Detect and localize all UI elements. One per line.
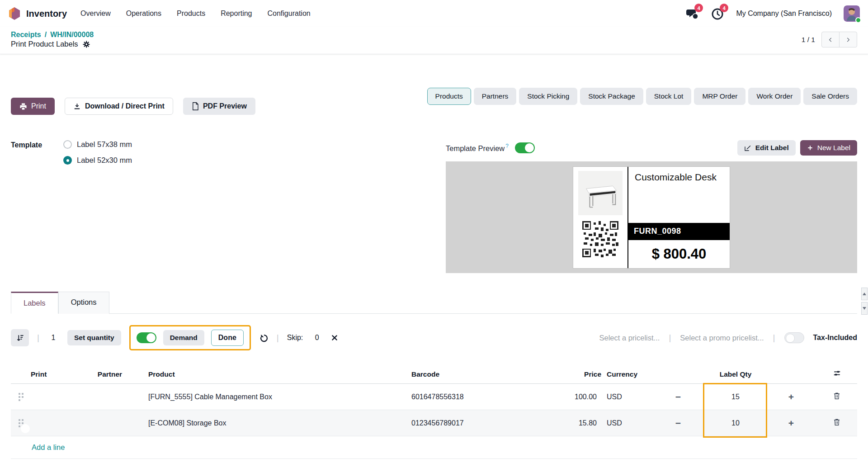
separator: |	[37, 333, 39, 343]
close-x-icon	[331, 334, 338, 341]
quantity-source-highlight: Demand Done	[129, 325, 251, 350]
tab-mrp-order[interactable]: MRP Order	[694, 88, 745, 105]
breadcrumb: Receipts / WH/IN/00008	[11, 31, 94, 39]
settings-gear-icon[interactable]	[82, 40, 90, 48]
tab-labels[interactable]: Labels	[11, 292, 58, 314]
record-type-tabs: Products Partners Stock Picking Stock Pa…	[427, 88, 857, 105]
cell-label-qty[interactable]: 10	[705, 419, 766, 427]
activities-icon[interactable]: 4	[711, 7, 724, 20]
reset-button[interactable]	[259, 333, 269, 343]
promo-pricelist-select[interactable]: Select a promo pricelist...	[680, 334, 764, 342]
company-switcher[interactable]: My Company (San Francisco)	[736, 9, 832, 18]
decrease-qty-button[interactable]: −	[651, 392, 705, 402]
edit-label-button[interactable]: Edit Label	[737, 140, 796, 156]
cell-label-qty[interactable]: 15	[705, 393, 766, 401]
menu-operations[interactable]: Operations	[126, 9, 161, 18]
tax-included-toggle[interactable]	[784, 332, 804, 343]
menu-configuration[interactable]: Configuration	[268, 9, 311, 18]
tab-stock-picking[interactable]: Stock Picking	[519, 88, 577, 105]
qr-code	[582, 221, 618, 257]
header-label-qty: Label Qty	[705, 370, 766, 378]
breadcrumb-current-link[interactable]: WH/IN/00008	[50, 31, 94, 39]
menu-reporting[interactable]: Reporting	[221, 9, 252, 18]
label-preview-card: Customizable Desk FURN_0098 $ 800.40	[573, 166, 730, 269]
cell-currency[interactable]: USD	[601, 393, 651, 401]
messages-count-badge: 4	[694, 4, 703, 12]
menu-overview[interactable]: Overview	[80, 9, 111, 18]
label-reference: FURN_0098	[628, 223, 730, 240]
radio-unchecked-icon[interactable]	[63, 140, 72, 149]
label-price: $ 800.40	[628, 240, 730, 268]
cell-barcode[interactable]: 0123456789017	[411, 419, 561, 427]
separator: |	[773, 333, 775, 343]
messages-icon[interactable]: 4	[685, 7, 699, 20]
control-panel: Receipts / WH/IN/00008 Print Product Lab…	[0, 27, 868, 54]
cell-product[interactable]: [FURN_5555] Cable Management Box	[148, 393, 411, 401]
breadcrumb-separator: /	[45, 31, 47, 39]
cell-price[interactable]: 100.00	[561, 393, 601, 401]
menu-products[interactable]: Products	[177, 9, 205, 18]
label-product-name: Customizable Desk	[628, 167, 730, 223]
breadcrumb-receipts-link[interactable]: Receipts	[11, 31, 41, 39]
download-direct-print-button[interactable]: Download / Direct Print	[65, 98, 173, 115]
cell-barcode[interactable]: 6016478556318	[411, 393, 561, 401]
trash-icon[interactable]	[833, 418, 841, 426]
template-option-57x38[interactable]: Label 57x38 mm	[63, 140, 132, 149]
app-name[interactable]: Inventory	[26, 9, 67, 19]
tab-sale-orders[interactable]: Sale Orders	[803, 88, 857, 105]
increase-qty-button[interactable]: +	[766, 392, 816, 402]
pdf-preview-button[interactable]: PDF Preview	[183, 98, 255, 115]
tab-stock-lot[interactable]: Stock Lot	[646, 88, 692, 105]
template-preview-toggle[interactable]	[515, 142, 535, 153]
trash-icon[interactable]	[833, 392, 841, 400]
header-partner: Partner	[71, 370, 148, 378]
undo-icon	[259, 333, 269, 343]
new-label-button[interactable]: New Label	[800, 140, 857, 156]
scroll-up-button[interactable]	[861, 288, 868, 300]
pager-previous-button[interactable]	[821, 32, 840, 47]
tab-options[interactable]: Options	[58, 292, 109, 314]
product-photo-desk	[578, 170, 623, 216]
page-title: Print Product Labels	[11, 40, 78, 48]
table-header-row: Print Partner Product Barcode Price Curr…	[11, 365, 857, 384]
pager-next-button[interactable]	[839, 32, 857, 47]
cell-currency[interactable]: USD	[601, 419, 651, 427]
header-currency: Currency	[601, 370, 651, 378]
sort-button[interactable]	[11, 329, 29, 346]
skip-input[interactable]	[311, 334, 323, 342]
template-option-52x30[interactable]: Label 52x30 mm	[63, 156, 132, 165]
tab-stock-package[interactable]: Stock Package	[580, 88, 643, 105]
tab-partners[interactable]: Partners	[474, 88, 517, 105]
increase-qty-button[interactable]: +	[766, 418, 816, 428]
help-marker[interactable]: ?	[505, 143, 509, 149]
decrease-qty-button[interactable]: −	[651, 418, 705, 428]
clear-skip-button[interactable]	[331, 334, 338, 341]
optional-columns-icon[interactable]	[833, 369, 841, 378]
pricelist-select[interactable]: Select a pricelist...	[599, 334, 660, 342]
template-field-label: Template	[11, 140, 63, 273]
pager-value: 1 / 1	[802, 36, 815, 44]
user-avatar[interactable]	[844, 5, 860, 22]
scrollbar	[861, 288, 868, 315]
demand-button[interactable]: Demand	[163, 330, 204, 345]
tab-products[interactable]: Products	[427, 88, 471, 105]
scroll-down-button[interactable]	[861, 302, 868, 315]
cell-price[interactable]: 15.80	[561, 419, 601, 427]
download-icon	[73, 103, 81, 110]
edit-pencil-icon	[744, 144, 751, 151]
cell-product[interactable]: [E-COM08] Storage Box	[148, 419, 411, 427]
add-line-link[interactable]: Add a line	[11, 436, 857, 459]
quantity-source-toggle[interactable]	[137, 332, 156, 343]
quantity-input[interactable]	[47, 334, 59, 342]
print-labels-form: Print Download / Direct Print PDF Previe…	[0, 88, 868, 459]
tab-work-order[interactable]: Work Order	[748, 88, 801, 105]
activities-count-badge: 4	[720, 4, 728, 12]
set-quantity-button[interactable]: Set quantity	[67, 330, 121, 345]
print-button[interactable]: Print	[11, 98, 55, 115]
inventory-app-icon[interactable]	[8, 7, 21, 20]
tax-included-label: Tax-Included	[813, 334, 858, 342]
notebook-tabs: Labels Options	[11, 291, 857, 314]
radio-checked-icon[interactable]	[63, 156, 72, 165]
done-button[interactable]: Done	[211, 330, 244, 346]
sort-amount-icon	[16, 334, 24, 342]
